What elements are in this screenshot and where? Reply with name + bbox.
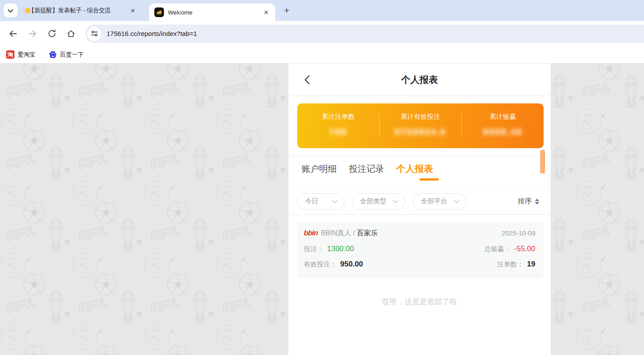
reload-button[interactable] <box>44 26 60 42</box>
tab-title: 【新提醒】发表帖子 - 综合交流 <box>28 7 121 14</box>
filter-label: 今日 <box>305 197 318 206</box>
tab-account-detail[interactable]: 账户明细 <box>302 163 337 175</box>
site-info-button[interactable] <box>87 27 101 41</box>
summary-card: 累计注单数 788 累计有效投注 8759924.6 累计输赢 8998.48 <box>297 103 544 148</box>
tabs-section: 账户明细 投注记录 个人报表 <box>288 156 551 188</box>
close-tab-icon[interactable]: ✕ <box>261 7 271 17</box>
valid-bet-label: 有效投注： <box>304 260 337 269</box>
filter-label: 全部平台 <box>421 197 447 206</box>
winloss-label: 总输赢： <box>484 245 511 253</box>
bookmark-aitaobao[interactable]: 淘 爱淘宝 <box>6 50 36 59</box>
record-separator: / <box>353 229 355 237</box>
address-bar[interactable]: 175616.cc/reports/index?tab=1 <box>85 25 644 43</box>
baidu-paw-icon: du <box>49 50 57 59</box>
platform-filter-dropdown[interactable]: 全部平台 <box>413 193 466 210</box>
winloss-value: -55.00 <box>514 245 535 253</box>
sort-label: 排序 <box>518 197 532 206</box>
chevron-left-icon <box>304 75 310 85</box>
tab-title: Welcome <box>168 9 192 16</box>
chevron-down-icon <box>8 7 13 14</box>
reload-icon <box>47 29 57 38</box>
summary-total-bets: 累计注单数 788 <box>297 113 379 148</box>
floating-widget-handle[interactable] <box>540 150 545 174</box>
report-record-card[interactable]: bbin BBIN真人 / 百家乐 2025-10-09 投注： 1300.00… <box>297 222 544 278</box>
browser-tab-welcome[interactable]: Welcome ✕ <box>149 4 275 21</box>
type-filter-dropdown[interactable]: 全部类型 <box>352 193 406 210</box>
tab-personal-report[interactable]: 个人报表 <box>396 163 433 175</box>
bbin-logo: bbin <box>304 229 318 238</box>
record-provider: BBIN真人 <box>321 229 351 238</box>
page-header: 个人报表 <box>288 64 551 96</box>
close-tab-icon[interactable]: ✕ <box>128 6 138 15</box>
bookmark-label: 爱淘宝 <box>18 51 36 59</box>
summary-label: 累计输赢 <box>462 113 544 121</box>
svg-text:du: du <box>51 54 54 57</box>
summary-winloss: 累计输赢 8998.48 <box>462 113 544 148</box>
bookmarks-bar: 淘 爱淘宝 du 百度一下 <box>0 46 644 64</box>
sort-control[interactable]: 排序 <box>518 197 539 206</box>
date-filter-dropdown[interactable]: 今日 <box>297 193 345 210</box>
record-date: 2025-10-09 <box>502 229 535 237</box>
bet-count-label: 注单数： <box>497 260 523 269</box>
bet-value: 1300.00 <box>327 245 354 253</box>
summary-value-masked: 8759924.6 <box>380 127 462 137</box>
home-icon <box>66 29 76 39</box>
tab-bet-records[interactable]: 投注记录 <box>349 163 384 175</box>
page-title: 个人报表 <box>401 74 438 86</box>
report-panel: 个人报表 累计注单数 788 累计有效投注 8759924.6 累计输赢 <box>288 64 551 355</box>
sort-arrows-icon <box>535 199 539 205</box>
summary-label: 累计有效投注 <box>380 113 462 121</box>
tune-icon <box>91 30 98 37</box>
summary-section: 累计注单数 788 累计有效投注 8759924.6 累计输赢 8998.48 <box>288 96 551 156</box>
summary-value-masked: 788 <box>297 127 379 137</box>
tab-strip: 【新提醒】发表帖子 - 综合交流 ✕ Welcome ✕ + <box>0 0 644 21</box>
record-game: 百家乐 <box>357 229 378 238</box>
browser-toolbar: 175616.cc/reports/index?tab=1 <box>0 21 644 46</box>
chevron-down-icon <box>332 200 338 203</box>
filter-bar: 今日 全部类型 全部平台 排序 <box>288 188 551 215</box>
floating-widget-collapsed[interactable] <box>545 148 551 175</box>
forward-button[interactable] <box>25 26 40 42</box>
home-button[interactable] <box>63 26 79 42</box>
filter-label: 全部类型 <box>360 197 386 206</box>
chevron-down-icon <box>393 200 398 203</box>
valid-bet-value: 950.00 <box>340 260 363 269</box>
back-button[interactable] <box>5 26 21 42</box>
bet-count-value: 19 <box>527 260 535 269</box>
browser-tab-forum[interactable]: 【新提醒】发表帖子 - 综合交流 ✕ <box>18 0 141 21</box>
back-arrow-icon <box>8 29 18 39</box>
chevron-down-icon <box>454 200 459 203</box>
back-chevron-button[interactable] <box>301 74 313 86</box>
browser-window: 【新提醒】发表帖子 - 综合交流 ✕ Welcome ✕ + <box>0 0 644 355</box>
forum-favicon <box>24 7 25 14</box>
url-text: 175616.cc/reports/index?tab=1 <box>107 30 197 37</box>
active-tab-underline <box>420 178 439 181</box>
bookmark-baidu[interactable]: du 百度一下 <box>49 50 84 59</box>
bookmark-label: 百度一下 <box>60 51 84 59</box>
forward-arrow-icon <box>28 29 37 39</box>
summary-label: 累计注单数 <box>297 113 379 121</box>
page-content: FIFA <box>0 64 644 355</box>
summary-value-masked: 8998.48 <box>462 127 544 137</box>
bet-label: 投注： <box>304 245 324 253</box>
taobao-icon: 淘 <box>6 50 14 59</box>
tab-list-button[interactable] <box>4 4 18 18</box>
site-favicon <box>154 7 164 17</box>
new-tab-button[interactable]: + <box>281 4 293 17</box>
list-end-message: 哎呀，这里是底部了啦 <box>288 297 551 307</box>
summary-valid-bets: 累计有效投注 8759924.6 <box>380 113 462 148</box>
